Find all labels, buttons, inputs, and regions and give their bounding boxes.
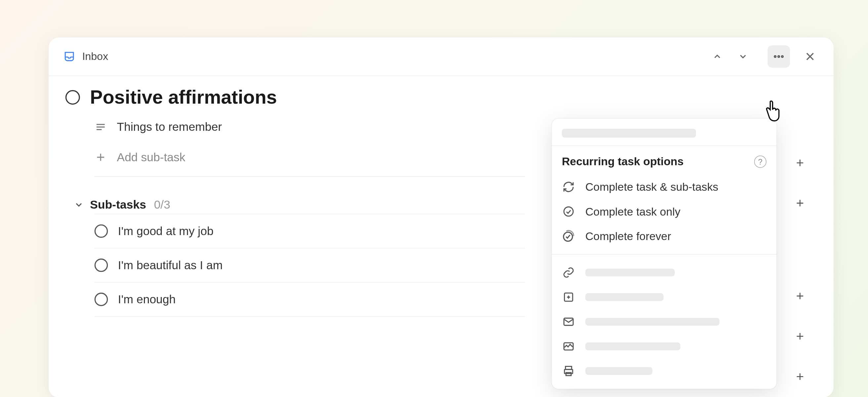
- recurring-options-title: Recurring task options: [562, 155, 683, 168]
- subtasks-count: 0/3: [154, 198, 170, 211]
- refresh-icon: [562, 180, 575, 194]
- close-button[interactable]: [799, 45, 822, 68]
- activity-icon: [562, 340, 575, 353]
- menu-item-placeholder[interactable]: [552, 359, 776, 383]
- subtask-item[interactable]: I'm enough: [95, 282, 525, 316]
- svg-point-20: [564, 207, 573, 216]
- right-gutter: [783, 86, 817, 386]
- add-square-icon: [562, 290, 575, 304]
- plus-icon: [95, 151, 107, 163]
- subtask-checkbox[interactable]: [95, 293, 108, 306]
- inbox-icon: [63, 50, 75, 63]
- add-subtask-button[interactable]: Add sub-task: [95, 140, 525, 177]
- menu-item-placeholder[interactable]: [552, 285, 776, 309]
- subtask-text: I'm beautiful as I am: [118, 259, 223, 272]
- svg-point-2: [782, 56, 783, 57]
- next-task-button[interactable]: [732, 45, 754, 68]
- menu-item-placeholder[interactable]: [552, 334, 776, 359]
- svg-rect-29: [566, 372, 571, 375]
- menu-placeholder: [562, 129, 696, 138]
- subtask-checkbox[interactable]: [95, 225, 108, 238]
- add-field-button[interactable]: [790, 153, 809, 172]
- double-check-circle-icon: [562, 229, 575, 243]
- subtask-text: I'm enough: [118, 293, 176, 306]
- print-icon: [562, 364, 575, 378]
- subtask-item[interactable]: I'm beautiful as I am: [95, 248, 525, 282]
- modal-header: Inbox: [49, 37, 834, 76]
- task-description-row[interactable]: Things to remember: [95, 114, 525, 140]
- description-icon: [95, 121, 107, 133]
- task-detail-modal: Inbox: [49, 37, 834, 397]
- subtask-checkbox[interactable]: [95, 259, 108, 272]
- menu-placeholder: [585, 342, 680, 350]
- add-field-button[interactable]: [790, 194, 809, 212]
- add-field-button[interactable]: [790, 327, 809, 346]
- subtasks-label: Sub-tasks: [90, 198, 146, 211]
- menu-placeholder: [585, 293, 663, 301]
- menu-placeholder: [585, 318, 719, 326]
- more-options-menu: Recurring task options ? Complete task &…: [552, 118, 776, 389]
- add-field-button[interactable]: [790, 286, 809, 305]
- location-label[interactable]: Inbox: [82, 50, 108, 63]
- complete-task-and-subtasks-option[interactable]: Complete task & sub-tasks: [552, 174, 776, 199]
- menu-item-placeholder[interactable]: [552, 310, 776, 334]
- complete-task-only-option[interactable]: Complete task only: [552, 199, 776, 224]
- more-options-button[interactable]: [768, 45, 790, 68]
- help-icon[interactable]: ?: [754, 155, 767, 168]
- task-complete-checkbox[interactable]: [65, 90, 80, 104]
- svg-point-0: [774, 56, 776, 57]
- link-icon: [562, 266, 575, 280]
- menu-placeholder: [585, 268, 675, 277]
- complete-forever-option[interactable]: Complete forever: [552, 224, 776, 248]
- menu-item-label: Complete task & sub-tasks: [585, 180, 718, 193]
- add-field-button[interactable]: [790, 367, 809, 386]
- add-subtask-label: Add sub-task: [117, 151, 185, 164]
- task-title[interactable]: Positive affirmations: [90, 86, 277, 108]
- menu-item-label: Complete task only: [585, 205, 680, 218]
- task-description: Things to remember: [117, 120, 222, 134]
- chevron-down-icon: [73, 199, 84, 210]
- previous-task-button[interactable]: [706, 45, 728, 68]
- mail-icon: [562, 315, 575, 329]
- svg-point-1: [778, 56, 780, 57]
- subtask-item[interactable]: I'm good at my job: [95, 214, 525, 248]
- menu-item-placeholder[interactable]: [552, 260, 776, 285]
- check-circle-icon: [562, 205, 575, 219]
- subtask-list: I'm good at my job I'm beautiful as I am…: [95, 214, 525, 317]
- menu-item-label: Complete forever: [585, 230, 671, 243]
- menu-placeholder: [585, 367, 652, 375]
- subtask-text: I'm good at my job: [118, 225, 214, 238]
